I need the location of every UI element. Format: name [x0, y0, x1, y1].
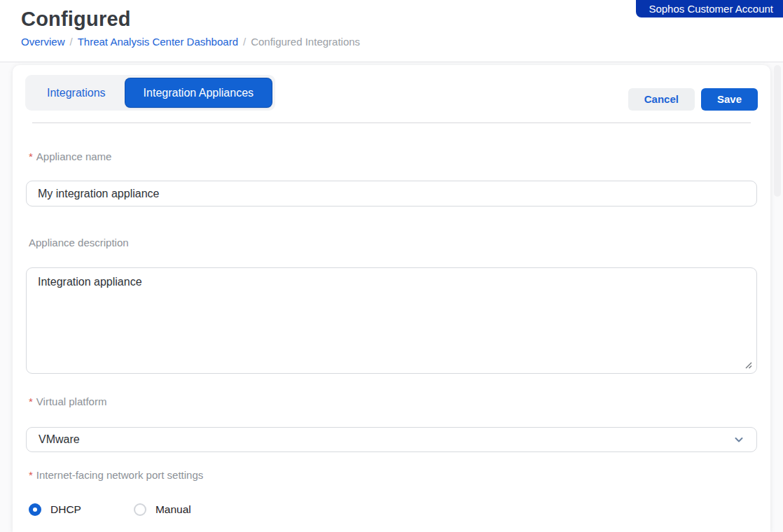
- radio-dhcp-circle[interactable]: [29, 503, 41, 516]
- breadcrumb-link-threat-analysis-center-dashboard[interactable]: Threat Analysis Center Dashboard: [78, 36, 238, 48]
- content-card: Integrations Integration Appliances Canc…: [13, 65, 770, 532]
- radio-dhcp-label[interactable]: DHCP: [50, 503, 81, 516]
- required-marker: *: [29, 150, 33, 162]
- appliance-name-label: *Appliance name: [26, 150, 757, 162]
- appliance-name-input[interactable]: [26, 181, 757, 206]
- breadcrumb-separator: /: [243, 36, 246, 48]
- virtual-platform-value: VMware: [39, 433, 80, 446]
- toolbar: Integrations Integration Appliances Canc…: [25, 65, 758, 111]
- breadcrumb-link-overview[interactable]: Overview: [21, 36, 65, 48]
- chevron-down-icon: [733, 434, 744, 445]
- virtual-platform-label: *Virtual platform: [26, 396, 757, 407]
- tab-integrations[interactable]: Integrations: [29, 78, 124, 107]
- appliance-description-textarea[interactable]: Integration appliance: [26, 267, 757, 374]
- resize-handle-icon[interactable]: [744, 360, 752, 369]
- cancel-button[interactable]: Cancel: [628, 88, 695, 111]
- page-header: Sophos Customer Account Configured Overv…: [0, 0, 783, 62]
- divider: [32, 122, 751, 123]
- virtual-platform-select[interactable]: VMware: [26, 427, 757, 452]
- account-badge[interactable]: Sophos Customer Account: [636, 0, 783, 18]
- tab-integration-appliances[interactable]: Integration Appliances: [125, 78, 272, 107]
- appliance-description-wrap: Integration appliance: [26, 267, 757, 374]
- breadcrumb-current: Configured Integrations: [251, 36, 360, 48]
- breadcrumb-separator: /: [70, 36, 73, 48]
- breadcrumb: Overview/Threat Analysis Center Dashboar…: [0, 31, 783, 48]
- content-area: Integrations Integration Appliances Canc…: [0, 62, 783, 532]
- network-port-label: *Internet-facing network port settings: [26, 469, 757, 481]
- action-buttons: Cancel Save: [628, 75, 758, 111]
- save-button[interactable]: Save: [701, 88, 758, 111]
- radio-manual-label[interactable]: Manual: [155, 503, 191, 516]
- required-marker: *: [29, 396, 33, 407]
- radio-manual[interactable]: Manual: [134, 503, 191, 516]
- radio-manual-circle[interactable]: [134, 503, 146, 516]
- tab-group: Integrations Integration Appliances: [25, 75, 275, 111]
- radio-dhcp[interactable]: DHCP: [29, 503, 81, 516]
- appliance-description-label: Appliance description: [26, 237, 757, 248]
- vertical-scrollbar-thumb[interactable]: [774, 65, 781, 197]
- required-marker: *: [29, 469, 33, 481]
- appliance-form: *Appliance name Appliance description In…: [25, 150, 758, 516]
- network-port-options: DHCP Manual: [26, 503, 757, 516]
